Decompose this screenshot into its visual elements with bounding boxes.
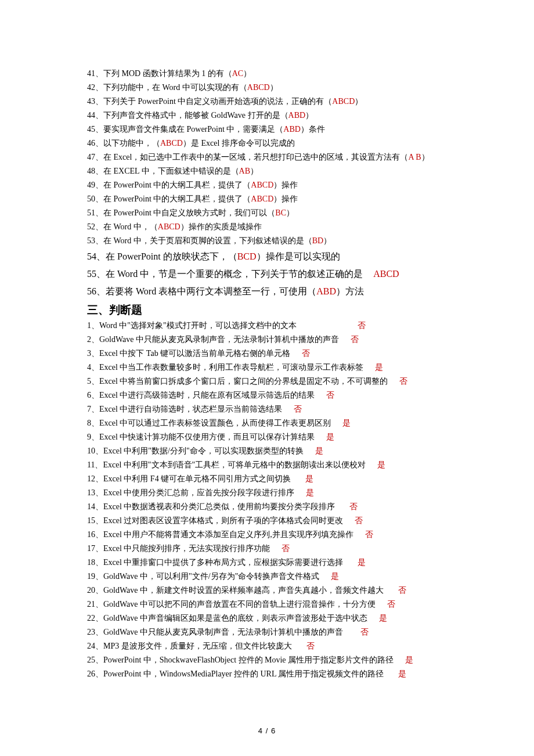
true-false-line: 26、PowerPoint 中，WindowsMediaPlayer 控件的 U…	[87, 667, 456, 681]
true-false-line: 17、Excel 中只能按列排序，无法实现按行排序功能否	[87, 542, 456, 556]
true-false-line: 9、Excel 中快速计算功能不仅使用方便，而且可以保存计算结果是	[87, 430, 456, 444]
true-false-line: 21、GoldWave 中可以把不同的声音放置在不同的音轨上进行混音操作，十分方…	[87, 597, 456, 611]
answer: BD	[312, 236, 323, 245]
true-false-line: 6、Excel 中进行高级筛选时，只能在原有区域显示筛选后的结果否	[87, 388, 456, 402]
answer: 否	[306, 642, 315, 650]
true-false-line: 13、Excel 中使用分类汇总前，应首先按分段字段进行排序是	[87, 486, 456, 500]
answer: 否	[349, 502, 358, 511]
answer: BC	[275, 208, 286, 217]
answer: 是	[398, 669, 406, 678]
answer: 否	[365, 530, 373, 539]
answer: ABCD	[158, 222, 181, 231]
answer: 否	[326, 391, 334, 399]
answer: 是	[342, 419, 351, 427]
true-false-line: 16、Excel 中用户不能将普通文本添加至自定义序列,并且实现序列填充操作否	[87, 528, 456, 542]
answer: 否	[360, 628, 369, 636]
answer: 是	[375, 363, 383, 372]
answer: 否	[398, 586, 406, 595]
question-line: 52、在 Word 中，（ABCD）操作的实质是域操作	[87, 220, 456, 234]
document-page: 41、下列 MOD 函数计算结果为 1 的有（AC）42、下列功能中，在 Wor…	[0, 0, 534, 756]
answer: ABCD	[251, 181, 273, 189]
answer: ABD	[283, 125, 301, 134]
true-false-line: 20、GoldWave 中，新建文件时设置的采样频率越高，声音失真越小，音频文件…	[87, 584, 456, 597]
question-line: 41、下列 MOD 函数计算结果为 1 的有（AC）	[87, 67, 456, 81]
true-false-line: 3、Excel 中按下 Tab 键可以激活当前单元格右侧的单元格否	[87, 347, 456, 361]
question-line: 56、若要将 Word 表格中两行文本调整至一行，可使用（ABD）方法	[87, 283, 456, 300]
answer: 否	[294, 405, 302, 413]
true-false-list: 1、Word 中"选择对象"模式打开时，可以选择文档中的文本否2、GoldWav…	[87, 319, 456, 681]
multi-choice-list: 41、下列 MOD 函数计算结果为 1 的有（AC）42、下列功能中，在 Wor…	[87, 67, 456, 248]
question-line: 50、在 PowerPoint 中的大纲工具栏，提供了（ABCD）操作	[87, 192, 456, 206]
answer: A B	[408, 153, 421, 161]
true-false-line: 12、Excel 中利用 F4 键可在单元格不同引用方式之间切换是	[87, 472, 456, 486]
true-false-line: 2、GoldWave 中只能从麦克风录制声音，无法录制计算机中播放的声音否	[87, 333, 456, 347]
true-false-line: 4、Excel 中当工作表数量较多时，利用工作表导航栏，可滚动显示工作表标签是	[87, 361, 456, 375]
question-line: 45、要实现声音文件集成在 PowerPoint 中，需要满足（ABD）条件	[87, 123, 456, 136]
answer: 是	[306, 488, 314, 497]
answer: 否	[351, 335, 359, 344]
answer: ABD	[288, 111, 306, 120]
answer: BCD	[237, 251, 257, 261]
question-line: 51、在 PowerPoint 中自定义放映方式时，我们可以（BC）	[87, 206, 456, 220]
answer: 否	[399, 377, 407, 386]
answer: 否	[358, 321, 366, 330]
true-false-line: 19、GoldWave 中，可以利用"文件/另存为"命令转换声音文件格式是	[87, 570, 456, 584]
answer: 是	[315, 447, 323, 455]
answer: ABCD	[373, 269, 399, 279]
answer: ABCD	[332, 97, 355, 106]
answer: ABCD	[160, 139, 183, 147]
question-line: 46、以下功能中，（ABCD）是 Excel 排序命令可以完成的	[87, 136, 456, 150]
true-false-line: 11、Excel 中利用"文本到语音"工具栏，可将单元格中的数据朗读出来以便校对…	[87, 458, 456, 472]
true-false-line: 15、Excel 过对图表区设置字体格式，则所有子项的字体格式会同时更改否	[87, 514, 456, 528]
true-false-line: 14、Excel 中数据透视表和分类汇总类似，使用前均要按分类字段排序否	[87, 500, 456, 514]
answer: 否	[302, 349, 310, 358]
answer: ABD	[316, 286, 336, 296]
true-false-line: 24、MP3 是波形文件，质量好，无压缩，但文件比较庞大否	[87, 639, 456, 653]
section-3-title: 三、判断题	[87, 301, 456, 319]
question-line: 49、在 PowerPoint 中的大纲工具栏，提供了（ABCD）操作	[87, 178, 456, 192]
answer: 否	[355, 516, 363, 525]
answer: 是	[326, 433, 334, 441]
true-false-line: 1、Word 中"选择对象"模式打开时，可以选择文档中的文本否	[87, 319, 456, 333]
answer: AC	[232, 69, 243, 78]
true-false-line: 7、Excel 中进行自动筛选时，状态栏显示当前筛选结果否	[87, 402, 456, 416]
answer: ABCD	[247, 83, 270, 92]
question-line: 53、在 Word 中，关于页眉和页脚的设置，下列叙述错误的是（BD）	[87, 234, 456, 248]
answer: AB	[239, 167, 250, 175]
question-line: 54、在 PowerPoint 的放映状态下，（BCD）操作是可以实现的	[87, 248, 456, 265]
answer: 是	[379, 614, 387, 622]
question-line: 55、在 Word 中，节是一个重要的概念，下列关于节的叙述正确的是ABCD	[87, 265, 456, 283]
answer: 否	[282, 544, 290, 553]
true-false-line: 10、Excel 中利用"数据/分列"命令，可以实现数据类型的转换是	[87, 444, 456, 458]
question-line: 44、下列声音文件格式中，能够被 GoldWave 打开的是（ABD）	[87, 109, 456, 123]
answer: ABCD	[251, 195, 273, 203]
answer: 是	[331, 572, 339, 581]
question-line: 43、下列关于 PowerPoint 中自定义动画开始选项的说法，正确的有（AB…	[87, 95, 456, 109]
true-false-line: 22、GoldWave 中声音编辑区如果是蓝色的底纹，则表示声音波形处于选中状态…	[87, 611, 456, 625]
true-false-line: 25、PowerPoint 中，ShockwaveFlashObject 控件的…	[87, 653, 456, 667]
question-line: 42、下列功能中，在 Word 中可以实现的有（ABCD）	[87, 81, 456, 95]
answer: 否	[387, 600, 395, 609]
question-line: 47、在 Excel，如已选中工作表中的某一区域，若只想打印已选中的区域，其设置…	[87, 150, 456, 164]
answer: 是	[358, 558, 366, 567]
page-footer: 4 / 6	[0, 726, 534, 735]
true-false-line: 8、Excel 中可以通过工作表标签设置颜色，从而使得工作表更易区别是	[87, 416, 456, 430]
true-false-line: 18、Excel 中重排窗口中提供了多种布局方式，应根据实际需要进行选择是	[87, 556, 456, 570]
question-line: 48、在 EXCEL 中，下面叙述中错误的是（AB）	[87, 164, 456, 178]
multi-choice-list-big: 54、在 PowerPoint 的放映状态下，（BCD）操作是可以实现的55、在…	[87, 248, 456, 300]
answer: 是	[305, 474, 313, 483]
answer: 是	[377, 460, 385, 469]
true-false-line: 5、Excel 中将当前窗口拆成多个窗口后，窗口之间的分界线是固定不动，不可调整…	[87, 375, 456, 388]
true-false-line: 23、GoldWave 中只能从麦克风录制声音，无法录制计算机中播放的声音否	[87, 625, 456, 639]
answer: 是	[405, 656, 413, 664]
